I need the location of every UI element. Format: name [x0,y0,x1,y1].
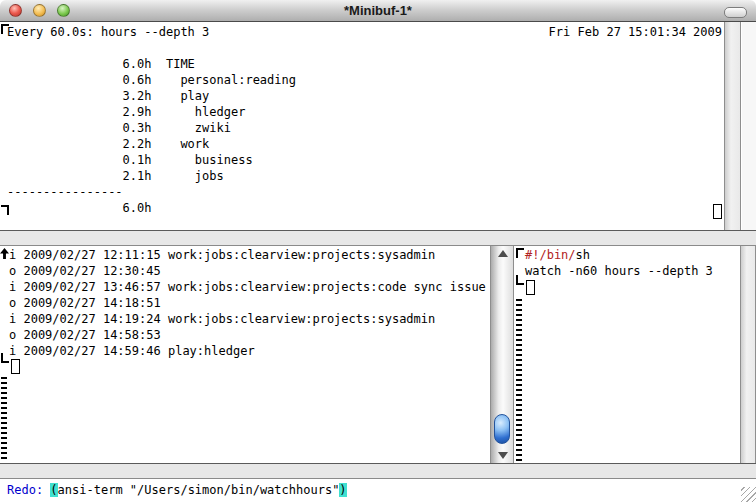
timelog-window[interactable]: i 2009/02/27 12:11:15 work:jobs:clearvie… [0,246,490,463]
modeline-ansi-term[interactable]: -u:** *ansi-term* All (13,101) (Term: ch… [0,230,756,246]
resize-grip[interactable] [741,487,756,502]
shebang-comment: #!/bin/ [525,248,576,262]
term-cursor [713,204,722,219]
frame-right-edge [742,22,756,230]
buffer-bottom-indicator-icon [1,353,9,363]
toolbar-toggle-button[interactable] [724,7,747,18]
watch-header-left: Every 60.0s: hours --depth 3 [7,24,209,40]
minibuffer[interactable]: Redo: (ansi-term "/Users/simon/bin/watch… [0,479,756,502]
empty-lines-fringe [1,377,7,461]
buffer-top-indicator-icon [516,248,524,258]
paren-match-close: ) [339,483,346,497]
script-command: watch -n60 hours --depth 3 [525,264,713,278]
modeline-watchhours[interactable]: --:-- watchhours All (3,0)---- [514,463,756,479]
hours-report[interactable]: 6.0h TIME 0.6h personal:reading 3.2h pla… [7,56,296,216]
scroll-up-fringe-icon [0,248,9,259]
buffer-bottom-indicator-icon [516,275,524,285]
scrollbar-thumb[interactable] [494,414,510,444]
minibuffer-command: ansi-term "/Users/simon/bin/watchhours" [58,483,340,497]
window-title: *Minibuf-1* [0,3,756,19]
scrollbar-down-arrow-icon[interactable] [498,452,508,459]
timelog-cursor [11,359,20,374]
term-scrollbar[interactable] [724,22,741,230]
script-cursor [526,280,535,295]
minibuffer-prompt: Redo: [7,483,50,497]
ansi-term-window[interactable]: Every 60.0s: hours --depth 3 Fri Feb 27 … [0,22,756,230]
titlebar[interactable]: *Minibuf-1* [0,0,756,22]
watch-header-right: Fri Feb 27 15:01:34 2009 [549,24,722,40]
emacs-frame: *Minibuf-1* Every 60.0s: hours --depth 3… [0,0,756,502]
script-window[interactable]: #!/bin/sh watch -n60 hours --depth 3 [514,246,756,463]
scrollbar-up-arrow-icon[interactable] [498,250,508,257]
modeline-timelog[interactable]: --:-- current.timelog Bot (3726,0) darcs… [0,463,514,479]
timelog-text[interactable]: i 2009/02/27 12:11:15 work:jobs:clearvie… [9,247,486,359]
empty-lines-fringe [516,299,522,461]
timelog-scrollbar[interactable] [490,246,514,463]
script-text[interactable]: #!/bin/sh watch -n60 hours --depth 3 [525,247,713,279]
script-scrollbar[interactable] [740,246,756,463]
shebang-interpreter: sh [576,248,590,262]
paren-match-open: ( [50,483,57,497]
